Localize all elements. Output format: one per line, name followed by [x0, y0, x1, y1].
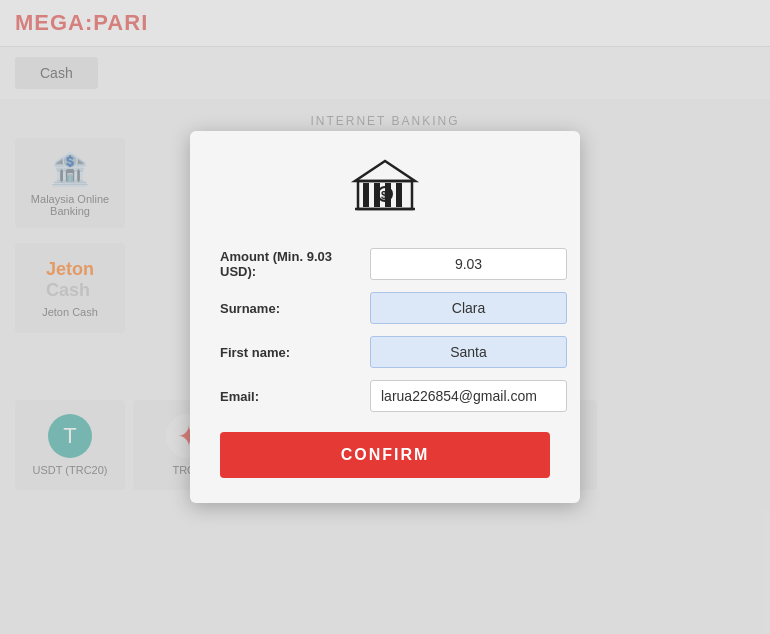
firstname-input[interactable] [370, 336, 567, 368]
svg-text:$: $ [381, 189, 387, 201]
modal-form: Amount (Min. 9.03 USD): Surname: First n… [220, 248, 550, 478]
surname-row: Surname: [220, 292, 550, 324]
surname-label: Surname: [220, 301, 370, 316]
modal-dialog: $ Amount (Min. 9.03 USD): Surname: First… [190, 131, 580, 503]
svg-marker-5 [355, 161, 415, 181]
modal-bank-icon: $ [220, 156, 550, 228]
modal-overlay: $ Amount (Min. 9.03 USD): Surname: First… [0, 0, 770, 634]
email-row: Email: [220, 380, 550, 412]
svg-rect-4 [396, 183, 402, 207]
svg-rect-2 [374, 183, 380, 207]
surname-input[interactable] [370, 292, 567, 324]
firstname-row: First name: [220, 336, 550, 368]
amount-row: Amount (Min. 9.03 USD): [220, 248, 550, 280]
amount-label: Amount (Min. 9.03 USD): [220, 249, 370, 279]
amount-input[interactable] [370, 248, 567, 280]
firstname-label: First name: [220, 345, 370, 360]
email-input[interactable] [370, 380, 567, 412]
svg-rect-1 [363, 183, 369, 207]
confirm-button[interactable]: CONFIRM [220, 432, 550, 478]
email-label: Email: [220, 389, 370, 404]
